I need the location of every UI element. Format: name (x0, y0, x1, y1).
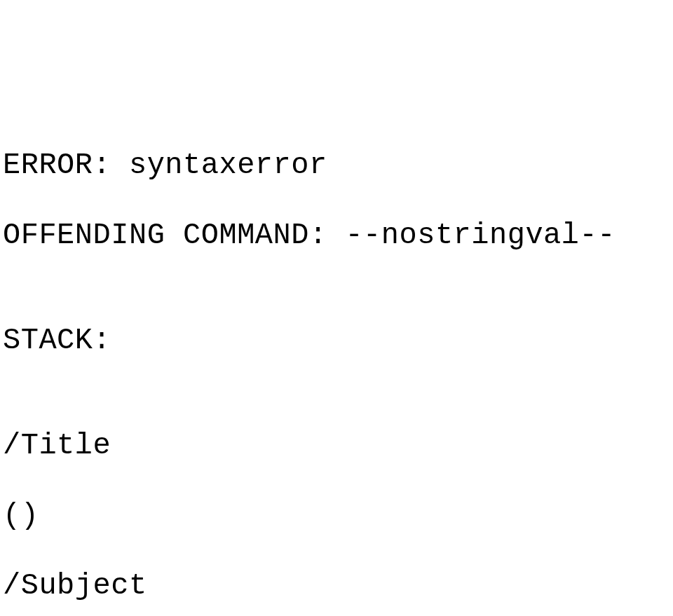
error-line: ERROR: syntaxerror (3, 149, 673, 184)
stack-header-line: STACK: (3, 324, 673, 359)
offending-command-line: OFFENDING COMMAND: --nostringval-- (3, 219, 673, 254)
subject-key-line: /Subject (3, 569, 673, 604)
title-value-line: () (3, 499, 673, 534)
title-key-line: /Title (3, 429, 673, 464)
